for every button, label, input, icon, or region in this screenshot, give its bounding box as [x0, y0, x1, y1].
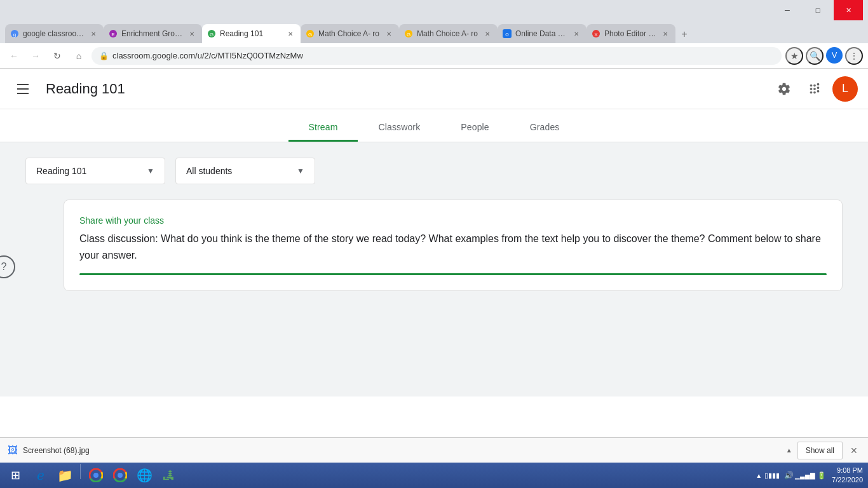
- download-filename: Screenshot (68).jpg: [23, 446, 781, 455]
- taskbar-volume-icon[interactable]: 🔊: [781, 468, 796, 483]
- home-button[interactable]: ⌂: [70, 47, 88, 65]
- app-header: Reading 101 L: [0, 69, 868, 109]
- bookmark-button[interactable]: ★: [785, 47, 803, 65]
- taskbar-folder[interactable]: 📁: [53, 464, 76, 487]
- show-all-button[interactable]: Show all: [797, 442, 843, 459]
- taskbar-chrome-vpn[interactable]: [109, 464, 132, 487]
- tab-people[interactable]: People: [440, 114, 509, 142]
- tab-5-close[interactable]: ✕: [482, 29, 492, 39]
- taskbar-overflow-button[interactable]: ▲: [756, 472, 762, 479]
- class-filter-chevron: ▼: [147, 166, 154, 175]
- tab-1-close[interactable]: ✕: [88, 29, 98, 39]
- taskbar-date-value: 7/22/2020: [832, 475, 863, 485]
- taskbar-ie[interactable]: ℯ: [29, 464, 52, 487]
- share-label: Share with your class: [79, 215, 827, 226]
- svg-text:X: X: [594, 32, 598, 37]
- browser-tab-7[interactable]: X Photo Editor : Pixlr ✕: [587, 24, 675, 43]
- browser-tab-6[interactable]: O Online Data Privac ✕: [498, 24, 587, 43]
- tab-6-close[interactable]: ✕: [571, 29, 581, 39]
- new-tab-button[interactable]: +: [675, 25, 693, 43]
- taskbar-landscape[interactable]: 🏞: [157, 464, 180, 487]
- back-button[interactable]: ←: [5, 47, 23, 65]
- green-underline: [79, 273, 827, 275]
- tab-4-label: Math Choice A- ro: [318, 29, 380, 38]
- tab-7-close[interactable]: ✕: [660, 29, 670, 39]
- start-button[interactable]: ⊞: [3, 464, 28, 487]
- nav-tabs: Stream Classwork People Grades: [0, 109, 868, 142]
- svg-text:g: g: [13, 32, 16, 37]
- browser-profile-avatar[interactable]: V: [826, 47, 843, 64]
- class-filter[interactable]: Reading 101 ▼: [25, 158, 165, 184]
- tab-grades[interactable]: Grades: [510, 114, 580, 142]
- taskbar: ⊞ ℯ 📁: [0, 463, 868, 488]
- url-bar[interactable]: 🔒 classroom.google.com/u/2/c/MTI5NzQ0OTM…: [92, 47, 782, 65]
- browser-tab-5[interactable]: G Math Choice A- ro ✕: [399, 24, 498, 43]
- hamburger-button[interactable]: [10, 76, 36, 102]
- students-filter[interactable]: All students ▼: [175, 158, 315, 184]
- download-chevron[interactable]: ▲: [786, 447, 792, 454]
- hamburger-line-3: [17, 93, 29, 94]
- help-button[interactable]: ?: [0, 255, 15, 278]
- tab-1-label: google classroom r: [23, 29, 85, 38]
- post-area: ? Share with your class Class discussion…: [25, 200, 843, 291]
- tab-7-label: Photo Editor : Pixlr: [604, 29, 656, 38]
- filters-row: Reading 101 ▼ All students ▼: [25, 158, 843, 184]
- minimize-button[interactable]: ─: [773, 0, 802, 20]
- app-content: Reading 101 L Stream Cla: [0, 69, 868, 463]
- taskbar-network-icon: ▯▮▮▮: [764, 468, 780, 483]
- globe-icon: 🌐: [137, 468, 153, 483]
- download-bar: 🖼 Screenshot (68).jpg ▲ Show all ✕: [0, 437, 868, 463]
- taskbar-system-icons: ▯▮▮▮ 🔊 ▁▃▅▇ 🔋: [764, 468, 829, 483]
- tab-2-label: Enrichment Group: [121, 29, 183, 38]
- taskbar-chrome[interactable]: [85, 464, 107, 487]
- taskbar-globe[interactable]: 🌐: [133, 464, 156, 487]
- svg-point-15: [93, 473, 98, 478]
- taskbar-separator: [80, 464, 81, 479]
- taskbar-clock[interactable]: 9:08 PM 7/22/2020: [832, 466, 863, 485]
- tabs-bar: g google classroom r ✕ E Enrichment Grou…: [0, 20, 868, 43]
- svg-text:O: O: [505, 32, 509, 37]
- landscape-icon: 🏞: [163, 469, 174, 482]
- svg-text:E: E: [111, 32, 114, 37]
- maximize-button[interactable]: □: [803, 0, 832, 20]
- tab-5-label: Math Choice A- ro: [417, 29, 478, 38]
- title-bar: ─ □ ✕: [0, 0, 868, 20]
- header-icons: L: [771, 76, 858, 102]
- browser-tab-2[interactable]: E Enrichment Group ✕: [104, 24, 202, 43]
- tab-3-close[interactable]: ✕: [285, 29, 295, 39]
- svg-text:G: G: [210, 32, 214, 37]
- download-close-button[interactable]: ✕: [848, 443, 860, 458]
- students-filter-label: All students: [186, 166, 292, 176]
- close-button[interactable]: ✕: [834, 0, 863, 20]
- reload-button[interactable]: ↻: [48, 47, 66, 65]
- taskbar-battery-icon: 🔋: [814, 468, 829, 483]
- tab-3-label: Reading 101: [220, 29, 281, 38]
- taskbar-apps: ℯ 📁: [29, 464, 180, 487]
- browser-tab-4[interactable]: G Math Choice A- ro ✕: [301, 24, 399, 43]
- tab-classwork[interactable]: Classwork: [358, 114, 440, 142]
- more-menu-button[interactable]: ⋮: [845, 47, 863, 65]
- url-text: classroom.google.com/u/2/c/MTI5NzQ0OTMzN…: [112, 51, 774, 60]
- window-controls: ─ □ ✕: [773, 0, 863, 20]
- hamburger-line-2: [17, 88, 29, 90]
- search-icon-btn[interactable]: 🔍: [806, 47, 824, 65]
- taskbar-right: ▲ ▯▮▮▮ 🔊 ▁▃▅▇ 🔋 9:08 PM 7/22/2020: [756, 466, 865, 485]
- settings-button[interactable]: [771, 76, 797, 102]
- browser-tab-1[interactable]: g google classroom r ✕: [5, 24, 104, 43]
- post-text: Class discussion: What do you think is t…: [79, 231, 827, 263]
- browser-tab-3[interactable]: G Reading 101 ✕: [202, 24, 301, 43]
- tab-2-close[interactable]: ✕: [187, 29, 197, 39]
- tab-4-close[interactable]: ✕: [384, 29, 394, 39]
- tab-stream[interactable]: Stream: [288, 114, 358, 142]
- ie-icon: ℯ: [37, 468, 44, 483]
- address-icons: ★ 🔍 V ⋮: [785, 47, 863, 65]
- address-bar: ← → ↻ ⌂ 🔒 classroom.google.com/u/2/c/MTI…: [0, 43, 868, 69]
- forward-button[interactable]: →: [27, 47, 44, 65]
- user-avatar[interactable]: L: [832, 76, 858, 102]
- taskbar-signal-icon: ▁▃▅▇: [797, 468, 813, 483]
- folder-icon: 📁: [57, 468, 73, 483]
- windows-icon: ⊞: [11, 468, 20, 482]
- students-filter-chevron: ▼: [297, 166, 304, 175]
- apps-grid-button[interactable]: [802, 76, 827, 102]
- svg-text:G: G: [407, 32, 410, 37]
